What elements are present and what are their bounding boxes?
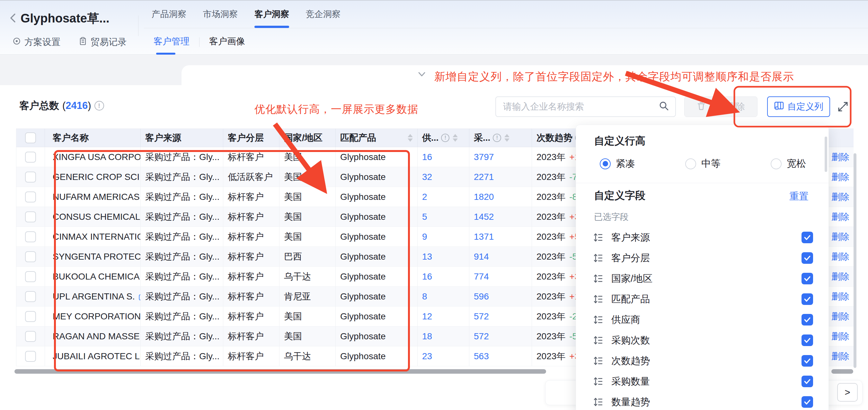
customer-name[interactable]: NUFARM AMERICAS, (53, 192, 141, 202)
row-height-option-紧凑[interactable]: 紧凑 (600, 157, 635, 170)
field-label: 采购次数 (611, 334, 650, 347)
horizontal-scrollbar-right[interactable] (831, 369, 853, 374)
subtab-客户画像[interactable]: 客户画像 (209, 35, 245, 55)
delete-link[interactable]: 删除 (831, 350, 849, 362)
search-input[interactable] (496, 101, 658, 112)
radio-unselected[interactable] (685, 158, 696, 169)
next-page-button[interactable]: > (837, 383, 858, 402)
delete-link[interactable]: 删除 (831, 171, 849, 183)
customer-name[interactable]: RAGAN AND MASSE (53, 331, 140, 342)
menu-item-trade-records[interactable]: 贸易记录 (79, 36, 127, 48)
delete-link[interactable]: 删除 (831, 270, 849, 283)
customer-source-cell: 采购过产品：Gly... (141, 147, 223, 167)
column-header-5[interactable]: 匹配产品 (336, 129, 417, 147)
batch-delete-button[interactable]: 批量删除 (684, 96, 757, 117)
field-checkbox-checked[interactable] (802, 396, 813, 408)
drag-handle-icon[interactable] (594, 397, 603, 408)
purchases-cell: 1820 (469, 187, 532, 207)
customer-name[interactable]: UPL ARGENTINA S. (53, 291, 135, 302)
customer-name[interactable]: XINGFA USA CORPO (53, 152, 141, 162)
radio-selected[interactable] (600, 158, 611, 169)
customer-tier-cell: 标杆客户 (223, 346, 279, 366)
field-checkbox-checked[interactable] (802, 273, 813, 284)
customize-columns-button[interactable]: 自定义列 (767, 96, 830, 117)
tab-客户洞察[interactable]: 客户洞察 (254, 8, 289, 28)
drag-handle-icon[interactable] (594, 274, 603, 285)
fullscreen-expand-icon[interactable] (837, 100, 849, 113)
drag-handle-icon[interactable] (594, 315, 603, 326)
drag-handle-icon[interactable] (594, 356, 603, 367)
row-checkbox[interactable] (25, 172, 36, 182)
copy-icon[interactable] (138, 292, 141, 301)
delete-link[interactable]: 删除 (831, 231, 849, 243)
customer-name[interactable]: BUKOOLA CHEMICA (53, 271, 140, 282)
delete-link[interactable]: 删除 (831, 251, 849, 263)
subtab-客户管理[interactable]: 客户管理 (154, 35, 189, 55)
drag-handle-icon[interactable] (594, 233, 603, 243)
row-checkbox[interactable] (25, 291, 36, 302)
field-checkbox-checked[interactable] (802, 252, 813, 264)
customer-name[interactable]: GENERIC CROP SCI (53, 172, 140, 182)
row-checkbox[interactable] (25, 231, 36, 242)
row-checkbox[interactable] (25, 152, 36, 163)
sort-icon[interactable] (453, 134, 458, 142)
row-checkbox[interactable] (25, 211, 36, 222)
tab-产品洞察[interactable]: 产品洞察 (152, 8, 186, 28)
delete-link[interactable]: 删除 (831, 191, 849, 203)
delete-link[interactable]: 删除 (831, 151, 849, 163)
row-height-option-宽松[interactable]: 宽松 (771, 157, 806, 170)
search-icon[interactable] (658, 100, 670, 113)
customer-name[interactable]: SYNGENTA PROTEC (53, 252, 141, 262)
row-checkbox[interactable] (25, 331, 36, 342)
column-header-7[interactable]: 采... (469, 129, 532, 147)
delete-link[interactable]: 删除 (831, 330, 849, 343)
row-checkbox[interactable] (25, 271, 36, 282)
customer-name[interactable]: CONSUS CHEMICAL (53, 212, 140, 222)
column-header-4[interactable]: 国家/地区 (279, 129, 336, 147)
row-height-option-中等[interactable]: 中等 (685, 157, 720, 170)
field-checkbox-checked[interactable] (802, 355, 813, 367)
column-header-2[interactable]: 客户来源 (141, 129, 223, 147)
field-checkbox-checked[interactable] (802, 314, 813, 325)
column-header-6[interactable]: 供... (417, 129, 469, 147)
sub-tabs: 客户管理客户画像 (154, 35, 245, 55)
field-checkbox-checked[interactable] (802, 334, 813, 346)
radio-unselected[interactable] (771, 158, 782, 169)
horizontal-scrollbar[interactable] (14, 369, 546, 374)
trend-year: 2023年 (536, 171, 565, 183)
suppliers-cell: 18 (417, 326, 469, 346)
column-header-1[interactable]: 客户名称 (45, 129, 141, 147)
row-checkbox[interactable] (25, 192, 36, 202)
select-all-checkbox[interactable] (25, 133, 36, 143)
drag-handle-icon[interactable] (594, 335, 603, 346)
column-header-3[interactable]: 客户分层 (223, 129, 279, 147)
sort-icon[interactable] (408, 134, 413, 142)
info-icon[interactable] (441, 134, 450, 142)
delete-link[interactable]: 删除 (831, 290, 849, 303)
action-row: 删除 (829, 167, 854, 187)
vertical-scrollbar[interactable] (854, 153, 857, 368)
drag-handle-icon[interactable] (594, 294, 603, 305)
menu-item-scheme-settings[interactable]: 方案设置 (12, 36, 60, 48)
tab-市场洞察[interactable]: 市场洞察 (203, 8, 238, 28)
info-icon[interactable] (493, 134, 501, 142)
customer-name[interactable]: MEY CORPORATION (53, 311, 141, 322)
chevron-down-icon[interactable] (416, 69, 427, 80)
row-checkbox[interactable] (25, 251, 36, 262)
reset-link[interactable]: 重置 (789, 190, 809, 203)
customer-name[interactable]: CINMAX INTERNATIO (53, 232, 141, 242)
field-checkbox-checked[interactable] (802, 232, 813, 243)
customer-name[interactable]: JUBAILI AGROTEC LI (53, 351, 141, 361)
delete-link[interactable]: 删除 (831, 211, 849, 223)
tab-竞企洞察[interactable]: 竞企洞察 (306, 8, 341, 28)
field-checkbox-checked[interactable] (802, 293, 813, 305)
drag-handle-icon[interactable] (594, 253, 603, 264)
info-icon[interactable] (94, 101, 104, 111)
row-checkbox[interactable] (25, 311, 36, 322)
sort-icon[interactable] (504, 134, 509, 142)
drag-handle-icon[interactable] (594, 377, 603, 387)
field-checkbox-checked[interactable] (802, 376, 813, 387)
row-checkbox[interactable] (25, 351, 36, 362)
delete-link[interactable]: 删除 (831, 311, 849, 323)
back-chevron-icon[interactable] (8, 12, 19, 24)
